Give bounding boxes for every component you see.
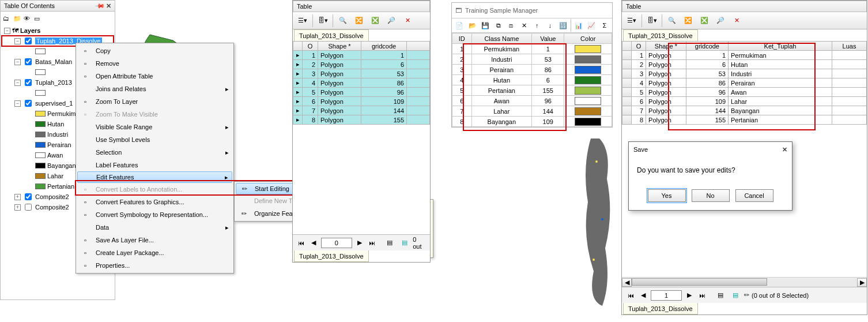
collapse-icon[interactable]: − [14, 59, 21, 65]
layer-visibility-checkbox[interactable] [25, 204, 32, 211]
expand-icon[interactable]: + [14, 204, 21, 211]
color-swatch[interactable] [575, 97, 601, 105]
color-swatch[interactable] [575, 76, 601, 84]
select-by-attr-icon[interactable]: 🔍 [666, 14, 678, 27]
menu-item[interactable]: ▫ Zoom To Layer [77, 95, 232, 108]
last-record-button[interactable]: ⏭ [697, 290, 707, 301]
next-record-button[interactable]: ▶ [354, 238, 364, 248]
expand-icon[interactable]: + [14, 194, 21, 200]
menu-item[interactable]: Data ▸ [77, 221, 232, 234]
menu-item[interactable]: ▫ Open Attribute Table [77, 70, 232, 83]
switch-selection-icon[interactable]: 🔀 [682, 14, 695, 27]
prev-record-button[interactable]: ◀ [308, 238, 318, 248]
menu-item[interactable]: ▫ Create Layer Package... [77, 246, 232, 259]
pin-icon[interactable]: 📌 [93, 0, 107, 13]
list-by-drawing-icon[interactable]: 🗂 [3, 15, 12, 24]
table-row[interactable]: 6Awan96 [452, 96, 612, 106]
table-options-icon[interactable]: ☰▾ [625, 14, 638, 27]
clear-selection-icon[interactable]: ❎ [369, 14, 382, 27]
color-swatch[interactable] [575, 87, 601, 95]
table-row[interactable]: ▸7Polygon144 [293, 106, 430, 115]
column-header[interactable]: Luas [832, 42, 867, 51]
menu-item[interactable]: ▫ Save As Layer File... [77, 234, 232, 246]
record-number-input[interactable] [321, 238, 352, 248]
column-header[interactable]: Shape * [318, 42, 361, 51]
tsm-grid[interactable]: IDClass NameValueColor 1Permukiman1 2Ind… [452, 33, 612, 127]
table-row[interactable]: 8Bayangan109 [452, 117, 612, 127]
table-row[interactable]: 4Polygon86Perairan [622, 78, 867, 88]
list-by-visibility-icon[interactable]: 👁 [24, 15, 33, 24]
reset-values-icon[interactable]: 🔢 [558, 19, 568, 32]
collapse-icon[interactable]: − [14, 100, 21, 107]
no-button[interactable]: No [692, 189, 730, 202]
table-row[interactable]: 5Polygon96Awan [622, 88, 867, 97]
table-row[interactable]: 5Pertanian155 [452, 85, 612, 96]
layers-root[interactable]: − 🗺 Layers [2, 25, 114, 36]
color-swatch[interactable] [575, 45, 601, 53]
table-row[interactable]: 2Industri53 [452, 54, 612, 65]
menu-item[interactable]: Joins and Relates ▸ [77, 83, 232, 95]
select-by-attr-icon[interactable]: 🔍 [337, 14, 349, 27]
list-by-source-icon[interactable]: 📁 [13, 15, 22, 24]
column-header[interactable]: gridcode [361, 42, 407, 51]
bottom-tab[interactable]: Tuplah_2013_Dissolve [294, 250, 369, 262]
column-header[interactable]: gridcode [686, 42, 728, 51]
menu-item[interactable]: Selection ▸ [77, 146, 232, 159]
collapse-icon[interactable]: − [4, 28, 10, 34]
table-row[interactable]: ▸1Polygon1 [293, 51, 430, 60]
next-record-button[interactable]: ▶ [684, 290, 695, 301]
split-icon[interactable]: ⧈ [506, 19, 516, 32]
table-row[interactable]: ▸8Polygon155 [293, 115, 430, 125]
scroll-thumb[interactable] [632, 278, 767, 286]
first-record-button[interactable]: ⏮ [296, 238, 306, 248]
table-row[interactable]: 8Polygon155Pertanian [622, 115, 867, 125]
list-by-selection-icon[interactable]: ▭ [34, 15, 43, 24]
scroll-left-button[interactable]: ◀ [622, 278, 632, 287]
stats-icon[interactable]: Σ [599, 19, 610, 32]
scatter-icon[interactable]: 📈 [586, 19, 597, 32]
zoom-selected-icon[interactable]: 🔎 [714, 14, 727, 27]
clear-selection-icon[interactable]: ❎ [698, 14, 711, 27]
color-swatch[interactable] [575, 118, 601, 126]
table-row[interactable]: 4Hutan6 [452, 75, 612, 85]
close-icon[interactable]: ✕ [782, 142, 787, 157]
menu-item[interactable]: ▫ Remove [77, 57, 232, 70]
layer-visibility-checkbox[interactable] [25, 38, 32, 44]
map-view-right[interactable] [579, 133, 621, 312]
table-options-icon[interactable]: ☰▾ [296, 14, 309, 27]
menu-item[interactable]: Use Symbol Levels [77, 133, 232, 146]
delete-icon[interactable]: ✕ [519, 19, 529, 32]
yes-button[interactable]: Yes [648, 189, 686, 202]
column-header[interactable]: Value [532, 33, 564, 44]
scroll-right-button[interactable]: ▶ [857, 278, 867, 287]
delete-icon[interactable]: ✕ [730, 14, 743, 27]
record-number-input[interactable] [651, 290, 682, 301]
table-row[interactable]: 7Polygon144Bayangan [622, 106, 867, 115]
show-all-icon[interactable]: ▤ [384, 237, 396, 249]
show-selected-icon[interactable]: ▤ [398, 237, 410, 249]
layer-visibility-checkbox[interactable] [25, 100, 32, 107]
related-tables-icon[interactable]: 🗄▾ [646, 14, 658, 27]
first-record-button[interactable]: ⏮ [625, 290, 636, 301]
menu-item[interactable]: ▫ Convert Features to Graphics... [77, 196, 232, 208]
column-header[interactable]: Ket_Tuplah [729, 42, 832, 51]
menu-item[interactable]: Edit Features ▸ [77, 171, 232, 183]
table-row[interactable]: 7Lahar144 [452, 106, 612, 117]
column-header[interactable]: O [632, 42, 646, 51]
histogram-icon[interactable]: 📊 [573, 19, 584, 32]
table-tab[interactable]: Tuplah_2013_Dissolve [294, 29, 369, 41]
column-header[interactable]: Shape * [646, 42, 686, 51]
collapse-icon[interactable]: − [14, 38, 21, 44]
merge-icon[interactable]: ⧉ [493, 19, 503, 32]
color-swatch[interactable] [575, 66, 601, 74]
layer-visibility-checkbox[interactable] [25, 79, 32, 86]
table-tab[interactable]: Tuplah_2013_Dissolve [623, 29, 698, 41]
table-row[interactable]: ▸4Polygon86 [293, 78, 430, 88]
table-row[interactable]: 3Perairan86 [452, 65, 612, 75]
color-swatch[interactable] [575, 107, 601, 115]
up-icon[interactable]: ↑ [532, 19, 542, 32]
menu-item[interactable]: ▫ Convert Symbology to Representation... [77, 208, 232, 221]
column-header[interactable]: Class Name [471, 33, 532, 44]
related-tables-icon[interactable]: 🗄▾ [316, 14, 329, 27]
open-icon[interactable]: 📂 [467, 19, 477, 32]
